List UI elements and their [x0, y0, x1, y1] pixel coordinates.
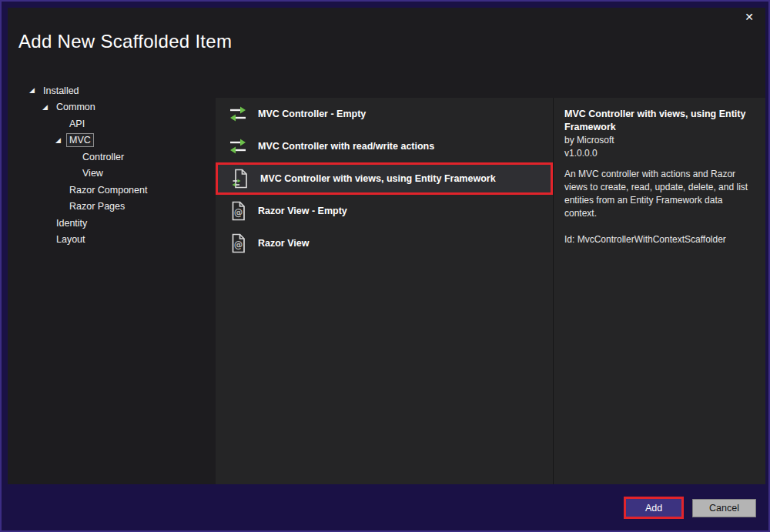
tree-item-razor-pages[interactable]: Razor Pages [8, 199, 216, 216]
details-author: by Microsoft [564, 134, 755, 147]
tree-item-razor-component[interactable]: Razor Component [8, 182, 216, 199]
razor-file-icon: @ [228, 233, 248, 253]
tree-item-label: Controller [79, 150, 127, 164]
template-item-label: Razor View - Empty [258, 206, 347, 216]
cancel-button[interactable]: Cancel [692, 499, 756, 517]
details-description: An MVC controller with actions and Razor… [564, 168, 755, 220]
tree-item-installed[interactable]: ◢Installed [8, 82, 216, 99]
tree-item-api[interactable]: API [8, 115, 216, 132]
tree-item-label: View [79, 166, 106, 180]
scaffold-file-icon [230, 169, 250, 189]
template-list: MVC Controller - EmptyMVC Controller wit… [216, 98, 553, 484]
template-item-mvc-controller-empty[interactable]: MVC Controller - Empty [216, 98, 553, 130]
template-item-label: MVC Controller - Empty [258, 109, 366, 119]
tree-item-label: MVC [66, 133, 94, 147]
template-item-label: MVC Controller with views, using Entity … [260, 173, 496, 184]
expand-triangle-icon[interactable]: ◢ [55, 137, 66, 144]
dialog-title: Add New Scaffolded Item [18, 31, 232, 52]
tree-item-label: Installed [40, 84, 82, 98]
tree-item-label: Razor Pages [66, 199, 128, 213]
svg-text:@: @ [234, 207, 243, 218]
tree-item-identity[interactable]: Identity [8, 215, 216, 232]
mvc-controller-icon [228, 136, 248, 156]
tree-item-label: Razor Component [66, 183, 150, 197]
template-item-razor-view[interactable]: @Razor View [216, 227, 553, 259]
template-item-mvc-controller-with-views-using-entity-framework[interactable]: MVC Controller with views, using Entity … [216, 162, 553, 195]
add-button[interactable]: Add [624, 497, 684, 519]
tree-item-common[interactable]: ◢Common [8, 99, 216, 116]
template-item-label: Razor View [258, 238, 309, 249]
details-title: MVC Controller with views, using Entity … [564, 108, 755, 134]
expand-triangle-icon[interactable]: ◢ [29, 87, 40, 94]
dialog-surface: Add New Scaffolded Item ◢Installed◢Commo… [8, 8, 765, 484]
category-tree: ◢Installed◢CommonAPI◢MVCControllerViewRa… [8, 79, 216, 484]
details-id: Id: MvcControllerWithContextScaffolder [564, 233, 755, 246]
tree-item-controller[interactable]: Controller [8, 149, 216, 166]
tree-item-layout[interactable]: Layout [8, 232, 216, 249]
expand-triangle-icon[interactable]: ◢ [42, 104, 53, 111]
dialog-titlebar: Add New Scaffolded Item [8, 8, 765, 75]
razor-file-icon: @ [228, 201, 248, 221]
details-version: v1.0.0.0 [564, 147, 755, 160]
template-item-mvc-controller-with-read-write-actions[interactable]: MVC Controller with read/write actions [216, 130, 553, 162]
details-panel: MVC Controller with views, using Entity … [553, 98, 765, 484]
close-icon[interactable]: ✕ [740, 8, 758, 26]
add-scaffold-dialog-window: Add New Scaffolded Item ◢Installed◢Commo… [0, 0, 770, 532]
tree-item-label: Layout [53, 233, 89, 246]
tree-item-label: Common [53, 100, 99, 114]
tree-item-label: Identity [53, 216, 90, 230]
tree-item-mvc[interactable]: ◢MVC [8, 132, 216, 149]
template-item-razor-view-empty[interactable]: @Razor View - Empty [216, 195, 553, 227]
svg-text:@: @ [234, 239, 243, 250]
template-item-label: MVC Controller with read/write actions [258, 141, 434, 152]
tree-item-label: API [66, 117, 88, 131]
mvc-controller-icon [228, 104, 248, 124]
tree-item-view[interactable]: View [8, 166, 216, 182]
